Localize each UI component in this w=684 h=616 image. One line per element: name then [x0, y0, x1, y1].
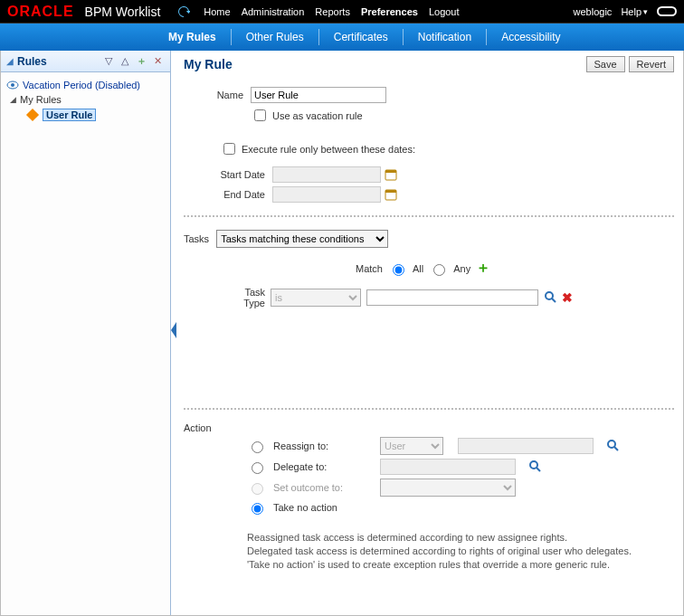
noaction-label: Take no action: [273, 502, 337, 513]
delegate-radio[interactable]: [252, 462, 263, 474]
svg-point-7: [546, 292, 553, 299]
dates-section: Execute rule only between these dates: S…: [184, 140, 674, 203]
task-type-value-input[interactable]: [366, 289, 538, 306]
tree-user-rule-label: User Rule: [43, 109, 96, 121]
save-button[interactable]: Save: [586, 56, 625, 72]
execute-between-label: Execute rule only between these dates:: [242, 144, 415, 155]
tab-other-rules[interactable]: Other Rules: [232, 29, 319, 45]
task-type-search-icon[interactable]: [544, 290, 556, 305]
tasks-section: Tasks Tasks matching these conditions Ma…: [184, 230, 674, 308]
svg-line-10: [614, 447, 618, 450]
match-any-label: Any: [453, 263, 470, 274]
tree-my-rules[interactable]: ◢ My Rules: [5, 92, 166, 107]
delegate-search-icon[interactable]: [528, 460, 541, 474]
right-panel: My Rule Save Revert Name Use as vacation…: [171, 51, 683, 615]
delegate-label: Delegate to:: [273, 461, 373, 472]
execute-between-checkbox[interactable]: [223, 143, 235, 155]
top-right: weblogic Help ▾: [574, 6, 677, 17]
nav-username[interactable]: weblogic: [574, 6, 613, 17]
svg-line-8: [552, 299, 556, 302]
action-section: Action Reassign to: User Delegate to:: [184, 422, 674, 572]
vacation-rule-checkbox[interactable]: [254, 109, 266, 121]
start-date-label: Start Date: [205, 169, 272, 180]
footnote-line3: 'Take no action' is used to create excep…: [247, 558, 674, 572]
noaction-radio[interactable]: [252, 503, 263, 515]
left-panel-header: ◢ Rules ▽ △ ＋ ✕: [1, 51, 170, 72]
name-label: Name: [184, 90, 251, 100]
tab-my-rules[interactable]: My Rules: [154, 29, 232, 45]
refresh-icon[interactable]: [176, 5, 191, 19]
tab-certificates[interactable]: Certificates: [319, 29, 404, 45]
end-date-input: [272, 186, 381, 203]
tasks-select[interactable]: Tasks matching these conditions: [216, 230, 388, 248]
tab-notification[interactable]: Notification: [404, 29, 487, 45]
outcome-select: [380, 479, 516, 497]
nav-logout[interactable]: Logout: [429, 6, 460, 17]
footnote-line2: Delegated task access is determined acco…: [247, 545, 674, 558]
top-header: ORACLE BPM Worklist Home Administration …: [0, 0, 684, 24]
tasks-label: Tasks: [184, 233, 209, 244]
start-date-picker-icon[interactable]: [385, 168, 397, 181]
svg-rect-4: [385, 170, 396, 173]
task-type-remove-icon[interactable]: ✖: [562, 290, 573, 305]
tree-my-rules-label: My Rules: [20, 94, 62, 105]
divider-2: [184, 408, 674, 410]
status-oval-icon: [657, 6, 677, 16]
task-type-op-select: is: [271, 289, 361, 307]
action-label: Action: [184, 422, 212, 433]
divider-1: [184, 215, 674, 217]
add-icon[interactable]: ＋: [134, 54, 148, 69]
tab-accessibility[interactable]: Accessibility: [487, 29, 575, 45]
tree-user-rule[interactable]: User Rule: [5, 107, 166, 123]
svg-rect-6: [385, 190, 396, 193]
nav-reports[interactable]: Reports: [315, 6, 350, 17]
action-buttons: Save Revert: [586, 56, 674, 72]
outcome-radio: [252, 483, 263, 495]
name-input[interactable]: [251, 87, 386, 103]
tree-vacation-period[interactable]: Vacation Period (Disabled): [5, 78, 166, 92]
revert-button[interactable]: Revert: [629, 56, 674, 72]
start-date-input: [272, 166, 381, 183]
subnav-bar: My Rules Other Rules Certificates Notifi…: [0, 24, 684, 51]
sort-down-icon[interactable]: ▽: [101, 54, 116, 69]
delegate-value-input: [380, 459, 516, 475]
footnote: Reassigned task access is determined acc…: [184, 531, 674, 572]
chevron-down-icon: ▾: [643, 7, 648, 16]
page-title-row: My Rule Save Revert: [184, 56, 674, 72]
match-all-radio[interactable]: [393, 264, 404, 276]
match-label: Match: [356, 263, 383, 274]
left-panel-toolbar: ▽ △ ＋ ✕: [101, 54, 165, 69]
sort-up-icon[interactable]: △: [118, 54, 132, 69]
outcome-label: Set outcome to:: [273, 482, 373, 493]
name-section: Name Use as vacation rule: [184, 87, 674, 124]
svg-point-11: [530, 461, 537, 469]
page-title: My Rule: [184, 57, 233, 71]
tree-vacation-label: Vacation Period (Disabled): [23, 80, 140, 90]
rules-tree: Vacation Period (Disabled) ◢ My Rules Us…: [1, 72, 170, 128]
reassign-label: Reassign to:: [273, 441, 373, 451]
match-row: Match All Any ＋: [184, 259, 674, 278]
task-type-label: Task Type: [229, 287, 265, 308]
eye-icon: [6, 81, 19, 90]
svg-point-1: [11, 83, 14, 87]
reassign-radio[interactable]: [252, 441, 263, 453]
delete-icon[interactable]: ✕: [150, 54, 165, 69]
oracle-logo: ORACLE: [7, 4, 74, 20]
svg-line-12: [537, 468, 540, 471]
top-nav: Home Administration Reports Preferences …: [204, 6, 459, 17]
nav-administration[interactable]: Administration: [242, 6, 305, 17]
reassign-search-icon[interactable]: [606, 439, 619, 453]
expand-icon[interactable]: ◢: [10, 95, 16, 104]
end-date-picker-icon[interactable]: [385, 188, 397, 201]
collapse-icon[interactable]: ◢: [6, 56, 14, 66]
nav-preferences[interactable]: Preferences: [361, 6, 418, 17]
match-any-radio[interactable]: [433, 264, 445, 276]
reassign-type-select: User: [380, 437, 443, 455]
left-panel-title: Rules: [17, 55, 98, 68]
svg-point-9: [608, 441, 615, 448]
vacation-rule-label: Use as vacation rule: [272, 110, 363, 121]
nav-home[interactable]: Home: [204, 6, 230, 17]
reassign-value-input: [458, 438, 594, 454]
add-condition-icon[interactable]: ＋: [476, 259, 490, 278]
nav-help[interactable]: Help ▾: [621, 6, 648, 17]
